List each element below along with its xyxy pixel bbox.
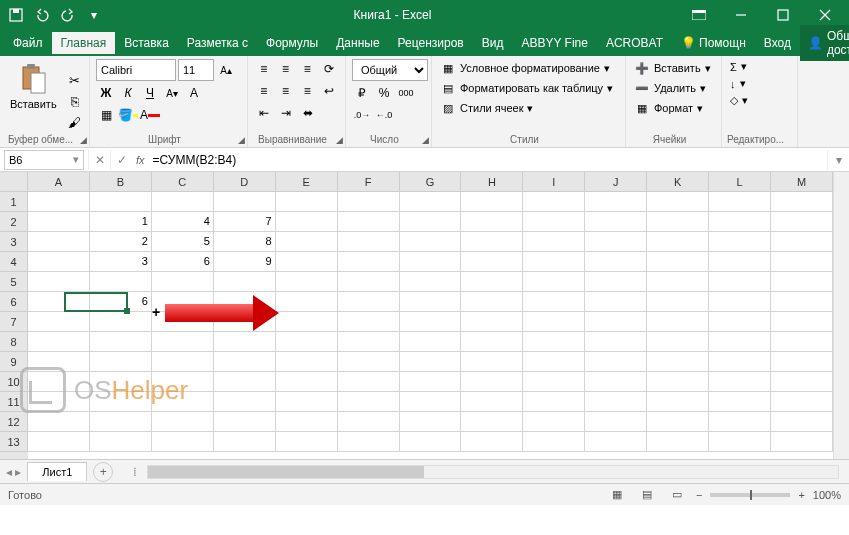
col-header-A[interactable]: A [28,172,90,192]
cell-L13[interactable] [709,432,771,452]
tab-layout[interactable]: Разметка с [178,32,257,54]
cell-F1[interactable] [338,192,400,212]
cell-M5[interactable] [771,272,833,292]
cell-E8[interactable] [276,332,338,352]
cell-C6[interactable] [152,292,214,312]
merge-icon[interactable]: ⬌ [298,103,318,123]
cell-D3[interactable]: 8 [214,232,276,252]
cell-I1[interactable] [523,192,585,212]
cell-E4[interactable] [276,252,338,272]
cell-M12[interactable] [771,412,833,432]
zoom-value[interactable]: 100% [813,489,841,501]
decrease-indent-icon[interactable]: ⇤ [254,103,274,123]
cell-K6[interactable] [647,292,709,312]
cell-K1[interactable] [647,192,709,212]
cell-G7[interactable] [400,312,462,332]
fx-icon[interactable]: fx [136,154,145,166]
cell-D10[interactable] [214,372,276,392]
fill-button[interactable]: ↓ ▾ [728,76,750,91]
cell-I8[interactable] [523,332,585,352]
cell-A2[interactable] [28,212,90,232]
cell-A7[interactable] [28,312,90,332]
cell-J2[interactable] [585,212,647,232]
spreadsheet-grid[interactable]: ABCDEFGHIJKLM 12345678910111213 14725836… [0,172,849,459]
row-header-1[interactable]: 1 [0,192,28,212]
borders-icon[interactable]: ▦ [96,105,116,125]
cell-J6[interactable] [585,292,647,312]
orientation-icon[interactable]: ⟳ [319,59,339,79]
cell-G6[interactable] [400,292,462,312]
cell-J11[interactable] [585,392,647,412]
bold-button[interactable]: Ж [96,83,116,103]
cell-A5[interactable] [28,272,90,292]
cell-L3[interactable] [709,232,771,252]
col-header-C[interactable]: C [152,172,214,192]
align-bottom-icon[interactable]: ≡ [298,59,318,79]
cell-I12[interactable] [523,412,585,432]
col-header-I[interactable]: I [523,172,585,192]
cell-B1[interactable] [90,192,152,212]
cell-L9[interactable] [709,352,771,372]
redo-icon[interactable] [56,3,80,27]
row-header-4[interactable]: 4 [0,252,28,272]
cell-D8[interactable] [214,332,276,352]
zoom-out-icon[interactable]: − [696,489,702,501]
tell-me[interactable]: 💡Помощн [672,32,755,54]
cell-K11[interactable] [647,392,709,412]
cell-J7[interactable] [585,312,647,332]
cell-B6[interactable]: 6 [90,292,152,312]
cell-K5[interactable] [647,272,709,292]
font-more-icon[interactable]: A [184,83,204,103]
cell-H6[interactable] [461,292,523,312]
cell-L11[interactable] [709,392,771,412]
cell-E9[interactable] [276,352,338,372]
cell-M4[interactable] [771,252,833,272]
row-header-3[interactable]: 3 [0,232,28,252]
cell-J5[interactable] [585,272,647,292]
row-header-7[interactable]: 7 [0,312,28,332]
increase-decimal-icon[interactable]: .0→ [352,105,372,125]
zoom-slider[interactable] [710,493,790,497]
align-right-icon[interactable]: ≡ [298,81,318,101]
cell-J12[interactable] [585,412,647,432]
cell-D12[interactable] [214,412,276,432]
copy-icon[interactable]: ⎘ [64,92,86,112]
cell-K4[interactable] [647,252,709,272]
wrap-text-icon[interactable]: ↩ [319,81,339,101]
cell-C3[interactable]: 5 [152,232,214,252]
row-header-12[interactable]: 12 [0,412,28,432]
tab-file[interactable]: Файл [4,32,52,54]
cell-B3[interactable]: 2 [90,232,152,252]
cell-J3[interactable] [585,232,647,252]
tab-view[interactable]: Вид [473,32,513,54]
font-color-icon[interactable]: A [140,105,160,125]
cell-E1[interactable] [276,192,338,212]
formula-input[interactable] [149,150,827,170]
sign-in[interactable]: Вход [755,32,800,54]
cell-K8[interactable] [647,332,709,352]
vertical-scrollbar[interactable] [833,172,849,459]
cell-J1[interactable] [585,192,647,212]
cell-E3[interactable] [276,232,338,252]
cell-C2[interactable]: 4 [152,212,214,232]
clear-button[interactable]: ◇ ▾ [728,93,750,108]
cell-F10[interactable] [338,372,400,392]
cell-A8[interactable] [28,332,90,352]
cell-E7[interactable] [276,312,338,332]
cell-L4[interactable] [709,252,771,272]
cell-G13[interactable] [400,432,462,452]
row-header-8[interactable]: 8 [0,332,28,352]
cell-G11[interactable] [400,392,462,412]
cell-H1[interactable] [461,192,523,212]
cell-I7[interactable] [523,312,585,332]
cell-D2[interactable]: 7 [214,212,276,232]
cell-G2[interactable] [400,212,462,232]
name-box-dropdown-icon[interactable]: ▾ [73,153,79,166]
tab-insert[interactable]: Вставка [115,32,178,54]
font-name-select[interactable] [96,59,176,81]
cell-G4[interactable] [400,252,462,272]
align-center-icon[interactable]: ≡ [276,81,296,101]
number-launcher-icon[interactable]: ◢ [422,135,429,145]
cell-L6[interactable] [709,292,771,312]
cell-I4[interactable] [523,252,585,272]
